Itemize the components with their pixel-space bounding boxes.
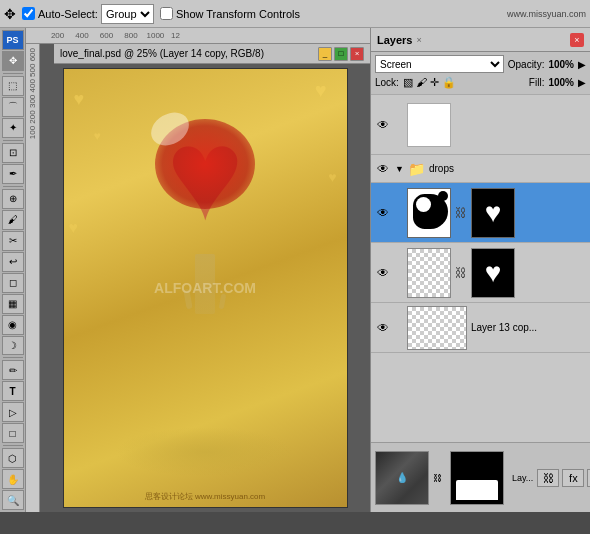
minimize-btn[interactable]: _: [318, 47, 332, 61]
tool-separator-1: [3, 73, 23, 74]
show-transform-group: Show Transform Controls: [160, 7, 300, 20]
tool-dodge[interactable]: ☽: [2, 336, 24, 356]
lock-label: Lock:: [375, 77, 399, 88]
heart-shape-container: ♥: [125, 99, 285, 259]
bokeh-5: ♥: [69, 219, 79, 237]
fill-arrow[interactable]: ▶: [578, 77, 586, 88]
bokeh-4: ♥: [328, 169, 336, 185]
layer-4-mask-thumb: ♥: [471, 248, 515, 298]
tool-blur[interactable]: ◉: [2, 315, 24, 335]
top-toolbar: ✥ Auto-Select: Group Layer Show Transfor…: [0, 0, 590, 28]
website-label: www.missyuan.com: [507, 9, 586, 19]
layer-item-4[interactable]: 👁 ⛓ ♥: [371, 243, 590, 303]
watermark: ALFOART.COM: [154, 280, 256, 296]
lock-position-icon[interactable]: ✛: [430, 76, 439, 89]
ruler-horizontal: 200 400 600 800 1000 12: [26, 28, 370, 44]
strip-thumb-1-content: 💧: [376, 452, 428, 504]
tool-3d[interactable]: ⬡: [2, 448, 24, 468]
tool-clone[interactable]: ✂: [2, 231, 24, 251]
lock-icons: ▧ 🖌 ✛ 🔒: [403, 76, 456, 89]
group-visibility[interactable]: 👁: [375, 161, 391, 177]
layers-strip: 💧 ⛓ Lay... ⛓ fx ◻ ⊕ 📁 + 🗑: [371, 442, 590, 512]
strip-thumb-2-white-area: [456, 480, 498, 500]
tool-shape[interactable]: □: [2, 423, 24, 443]
strip-thumb-2[interactable]: [450, 451, 504, 505]
bokeh-1: ♥: [74, 89, 85, 110]
show-transform-checkbox[interactable]: [160, 7, 173, 20]
strip-thumb-2-content: [451, 452, 503, 504]
layer-4-visibility[interactable]: 👁: [375, 265, 391, 281]
group-name: drops: [429, 163, 586, 174]
layers-controls: Screen Normal Multiply Opacity: 100% ▶ L…: [371, 52, 590, 95]
opacity-value: 100%: [548, 59, 574, 70]
canvas-image-wrapper: ♥ ♥ ♥ ♥ ♥ ♥: [63, 68, 348, 508]
auto-select-dropdown[interactable]: Group Layer: [101, 4, 154, 24]
tool-marquee[interactable]: ⬚: [2, 76, 24, 96]
layer-4-main-thumb: [407, 248, 451, 298]
tool-pen[interactable]: ✏: [2, 360, 24, 380]
tool-crop[interactable]: ⊡: [2, 143, 24, 163]
folder-icon: 📁: [408, 161, 425, 177]
layer-item-5[interactable]: 👁 Layer 13 cop...: [371, 303, 590, 353]
blend-mode-select[interactable]: Screen Normal Multiply: [375, 55, 504, 73]
bokeh-3: ♥: [315, 79, 327, 102]
layer-1-visibility[interactable]: 👁: [375, 117, 391, 133]
layer-3-visibility[interactable]: 👁: [375, 205, 391, 221]
tool-gradient[interactable]: ▦: [2, 294, 24, 314]
canvas-bottom-text: 思客设计论坛 www.missyuan.com: [64, 491, 347, 502]
layer-1-thumb: [407, 103, 451, 147]
canvas-image: ♥ ♥ ♥ ♥ ♥ ♥: [63, 68, 348, 508]
tool-brush[interactable]: 🖌: [2, 210, 24, 230]
close-btn[interactable]: ×: [350, 47, 364, 61]
layer-5-thumb: [407, 306, 467, 350]
layers-panel-x: ×: [416, 35, 421, 45]
toolbox: PS ✥ ⬚ ⌒ ✦ ⊡ ✒ ⊕ 🖌 ✂ ↩ ◻ ▦ ◉ ☽ ✏ T ▷ □ ⬡…: [0, 28, 26, 512]
layers-bottom-buttons: ⛓ fx ◻ ⊕ 📁 + 🗑: [537, 469, 590, 487]
tool-lasso[interactable]: ⌒: [2, 97, 24, 117]
tool-history-brush[interactable]: ↩: [2, 252, 24, 272]
layer-item-3[interactable]: 👁 ⛓ ♥: [371, 183, 590, 243]
lock-transparent-icon[interactable]: ▧: [403, 76, 413, 89]
canvas-titlebar: love_final.psd @ 25% (Layer 14 copy, RGB…: [54, 44, 370, 64]
lock-all-icon[interactable]: 🔒: [442, 76, 456, 89]
auto-select-group: Auto-Select: Group Layer: [22, 4, 154, 24]
lock-image-icon[interactable]: 🖌: [416, 76, 427, 89]
splash: [115, 427, 295, 477]
link-layers-btn[interactable]: ⛓: [537, 469, 559, 487]
layers-panel-header: Layers × ×: [371, 28, 590, 52]
layer-5-visibility[interactable]: 👁: [375, 320, 391, 336]
canvas-content[interactable]: love_final.psd @ 25% (Layer 14 copy, RGB…: [40, 44, 370, 512]
layers-list: 👁 👁 ▼ 📁 drops 👁: [371, 95, 590, 442]
tool-separator-3: [3, 186, 23, 187]
tool-eraser[interactable]: ◻: [2, 273, 24, 293]
maximize-btn[interactable]: □: [334, 47, 348, 61]
layer-item-drops-group[interactable]: 👁 ▼ 📁 drops: [371, 155, 590, 183]
opacity-arrow[interactable]: ▶: [578, 59, 586, 70]
heart-shape: ♥: [125, 99, 285, 259]
tool-hand[interactable]: ✋: [2, 469, 24, 489]
tool-separator-2: [3, 140, 23, 141]
layer-4-chain-icon: ⛓: [455, 266, 467, 280]
auto-select-label: Auto-Select:: [38, 8, 98, 20]
canvas-title: love_final.psd @ 25% (Layer 14 copy, RGB…: [60, 48, 264, 59]
tool-move[interactable]: ✥: [2, 51, 24, 71]
fx-btn[interactable]: fx: [562, 469, 584, 487]
layer-3-main-thumb: [407, 188, 451, 238]
layer-3-heart-icon: ♥: [485, 197, 502, 229]
show-transform-label: Show Transform Controls: [176, 8, 300, 20]
tool-eyedropper[interactable]: ✒: [2, 164, 24, 184]
strip-thumb-1[interactable]: 💧: [375, 451, 429, 505]
tool-zoom[interactable]: 🔍: [2, 490, 24, 510]
main-area: PS ✥ ⬚ ⌒ ✦ ⊡ ✒ ⊕ 🖌 ✂ ↩ ◻ ▦ ◉ ☽ ✏ T ▷ □ ⬡…: [0, 28, 590, 512]
layers-close-button[interactable]: ×: [570, 33, 584, 47]
layers-panel-title: Layers: [377, 34, 412, 46]
tool-magic-wand[interactable]: ✦: [2, 118, 24, 138]
group-triangle[interactable]: ▼: [395, 164, 404, 174]
opacity-label: Opacity:: [508, 59, 545, 70]
layer-5-name: Layer 13 cop...: [471, 322, 586, 333]
layer-item-1[interactable]: 👁: [371, 95, 590, 155]
tool-text[interactable]: T: [2, 381, 24, 401]
tool-path-select[interactable]: ▷: [2, 402, 24, 422]
auto-select-checkbox[interactable]: [22, 7, 35, 20]
tool-heal[interactable]: ⊕: [2, 189, 24, 209]
